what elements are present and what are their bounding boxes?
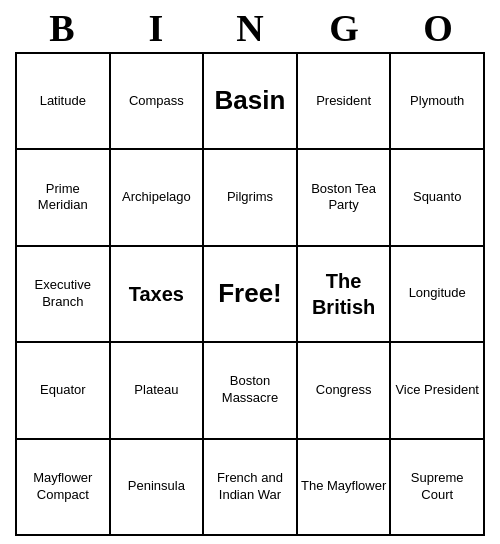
cell-text: Boston Tea Party: [301, 181, 387, 215]
bingo-cell: Basin: [204, 54, 298, 150]
cell-text: Prime Meridian: [20, 181, 106, 215]
bingo-cell: Latitude: [17, 54, 111, 150]
cell-text: Equator: [40, 382, 86, 399]
cell-text: Taxes: [129, 281, 184, 307]
cell-text: Congress: [316, 382, 372, 399]
cell-text: Plateau: [134, 382, 178, 399]
bingo-cell: Plymouth: [391, 54, 485, 150]
cell-text: Executive Branch: [20, 277, 106, 311]
bingo-cell: Boston Massacre: [204, 343, 298, 439]
cell-text: The British: [301, 268, 387, 320]
bingo-letter: I: [109, 8, 203, 50]
bingo-cell: Vice President: [391, 343, 485, 439]
bingo-cell: Archipelago: [111, 150, 205, 246]
bingo-letter: B: [15, 8, 109, 50]
cell-text: Archipelago: [122, 189, 191, 206]
bingo-cell: Supreme Court: [391, 440, 485, 536]
cell-text: Plymouth: [410, 93, 464, 110]
bingo-cell: President: [298, 54, 392, 150]
cell-text: Mayflower Compact: [20, 470, 106, 504]
bingo-cell: Squanto: [391, 150, 485, 246]
bingo-cell: Prime Meridian: [17, 150, 111, 246]
bingo-letter: G: [297, 8, 391, 50]
bingo-cell: Pilgrims: [204, 150, 298, 246]
cell-text: Free!: [218, 277, 282, 311]
cell-text: Supreme Court: [394, 470, 480, 504]
cell-text: French and Indian War: [207, 470, 293, 504]
cell-text: Basin: [215, 84, 286, 118]
bingo-cell: The Mayflower: [298, 440, 392, 536]
cell-text: The Mayflower: [301, 478, 386, 495]
bingo-cell: Taxes: [111, 247, 205, 343]
bingo-cell: Longitude: [391, 247, 485, 343]
cell-text: Squanto: [413, 189, 461, 206]
bingo-cell: Boston Tea Party: [298, 150, 392, 246]
cell-text: Latitude: [40, 93, 86, 110]
bingo-grid: LatitudeCompassBasinPresidentPlymouthPri…: [15, 52, 485, 536]
cell-text: Pilgrims: [227, 189, 273, 206]
cell-text: Boston Massacre: [207, 373, 293, 407]
bingo-cell: Peninsula: [111, 440, 205, 536]
bingo-cell: Executive Branch: [17, 247, 111, 343]
cell-text: Compass: [129, 93, 184, 110]
bingo-cell: Equator: [17, 343, 111, 439]
bingo-letter: N: [203, 8, 297, 50]
bingo-cell: Compass: [111, 54, 205, 150]
cell-text: Peninsula: [128, 478, 185, 495]
cell-text: President: [316, 93, 371, 110]
bingo-cell: Free!: [204, 247, 298, 343]
cell-text: Vice President: [395, 382, 479, 399]
bingo-letter: O: [391, 8, 485, 50]
bingo-header: BINGO: [15, 8, 485, 50]
bingo-cell: The British: [298, 247, 392, 343]
bingo-cell: Mayflower Compact: [17, 440, 111, 536]
bingo-cell: Congress: [298, 343, 392, 439]
cell-text: Longitude: [409, 285, 466, 302]
bingo-cell: Plateau: [111, 343, 205, 439]
bingo-cell: French and Indian War: [204, 440, 298, 536]
